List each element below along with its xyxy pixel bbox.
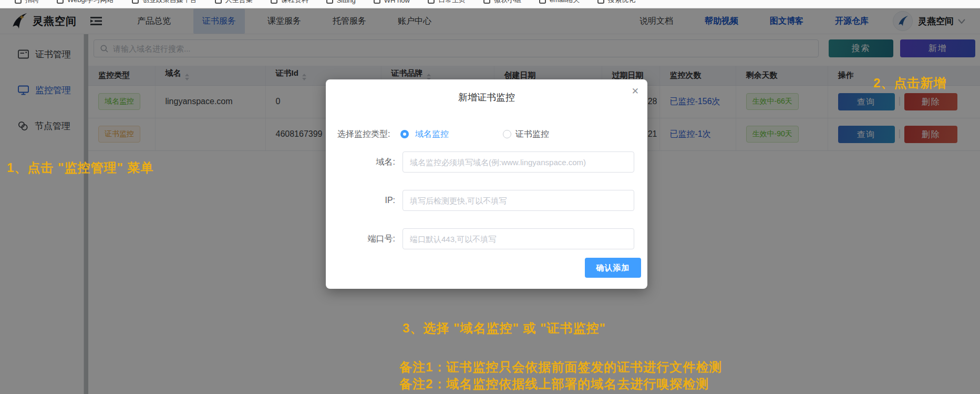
monitor-type-label: 选择监控类型: bbox=[337, 128, 390, 140]
bookmark-favicon bbox=[132, 0, 139, 4]
radio-cert-monitor-label[interactable]: 证书监控 bbox=[515, 128, 549, 140]
annotation-step3: 3、选择 "域名监控" 或 "证书监控" bbox=[403, 320, 606, 337]
bookmarks-bar: 招聘Webgl学习网站创业政策自媒平台人生合集课程资料SittingWH now… bbox=[0, 0, 980, 8]
bookmark-favicon bbox=[539, 0, 546, 4]
monitor-type-row: 选择监控类型: 域名监控 证书监控 bbox=[326, 128, 647, 140]
close-icon[interactable]: ✕ bbox=[632, 86, 639, 97]
bookmark-item[interactable]: 创业政策自媒平台 bbox=[132, 0, 197, 5]
port-field-row: 端口号: bbox=[326, 228, 647, 249]
dialog-title: 新增证书监控 bbox=[326, 91, 647, 104]
bookmark-favicon bbox=[271, 0, 277, 4]
bookmark-label: 创业政策自媒平台 bbox=[142, 0, 197, 5]
ip-field-label: IP: bbox=[326, 190, 395, 211]
bookmark-item[interactable]: 课程资料 bbox=[271, 0, 308, 5]
bookmark-label: 微软小组 bbox=[494, 0, 521, 5]
bookmark-item[interactable]: 人生合集 bbox=[215, 0, 253, 5]
domain-field-label: 域名: bbox=[326, 151, 395, 173]
bookmark-favicon bbox=[15, 0, 22, 4]
bookmark-item[interactable]: Sitting bbox=[326, 0, 356, 4]
bookmark-favicon bbox=[597, 0, 604, 4]
bookmark-favicon bbox=[428, 0, 435, 4]
bookmark-label: email相关 bbox=[550, 0, 580, 5]
bookmark-item[interactable]: WH now bbox=[374, 0, 410, 4]
screen: 招聘Webgl学习网站创业政策自媒平台人生合集课程资料SittingWH now… bbox=[0, 0, 980, 394]
bookmark-favicon bbox=[215, 0, 222, 4]
bookmarks-list: 招聘Webgl学习网站创业政策自媒平台人生合集课程资料SittingWH now… bbox=[0, 0, 980, 5]
annotation-step1: 1、点击 "监控管理" 菜单 bbox=[7, 159, 153, 176]
bookmark-favicon bbox=[374, 0, 380, 4]
bookmark-item[interactable]: Webgl学习网站 bbox=[57, 0, 114, 5]
bookmark-item[interactable]: 招聘 bbox=[15, 0, 39, 5]
annotation-note2: 备注2：域名监控依据线上部署的域名去进行嗅探检测 bbox=[399, 376, 709, 392]
radio-domain-monitor-label[interactable]: 域名监控 bbox=[415, 128, 449, 140]
radio-cert-monitor[interactable] bbox=[503, 130, 511, 138]
bookmark-label: WH now bbox=[384, 0, 410, 4]
annotation-step2: 2、点击新增 bbox=[873, 75, 946, 92]
port-field[interactable] bbox=[403, 228, 634, 249]
bookmark-favicon bbox=[326, 0, 333, 4]
bookmark-label: 课程资料 bbox=[281, 0, 308, 5]
bookmark-item[interactable]: 搜索优化 bbox=[597, 0, 635, 5]
bookmark-item[interactable]: 日常主页 bbox=[428, 0, 466, 5]
bookmark-label: Sitting bbox=[337, 0, 356, 4]
bookmark-item[interactable]: email相关 bbox=[539, 0, 580, 5]
bookmark-label: Webgl学习网站 bbox=[67, 0, 114, 5]
annotation-note1: 备注1：证书监控只会依据前面签发的证书进行文件检测 bbox=[399, 359, 722, 376]
bookmark-item[interactable]: 微软小组 bbox=[483, 0, 521, 5]
bookmark-label: 搜索优化 bbox=[608, 0, 635, 5]
ip-field[interactable] bbox=[403, 190, 634, 211]
bookmark-label: 招聘 bbox=[25, 0, 39, 5]
confirm-add-button[interactable]: 确认添加 bbox=[585, 258, 641, 278]
bookmark-favicon bbox=[57, 0, 64, 4]
add-monitor-dialog: 新增证书监控 ✕ 选择监控类型: 域名监控 证书监控 域名: IP: 端口号: bbox=[326, 79, 647, 289]
domain-field[interactable] bbox=[403, 151, 634, 173]
radio-domain-monitor[interactable] bbox=[400, 130, 409, 138]
bookmark-label: 人生合集 bbox=[225, 0, 253, 5]
ip-field-row: IP: bbox=[326, 190, 647, 211]
app-page: 灵燕空间 产品总览 证书服务 课堂服务 托管服务 账户中心 说明文档 帮助视频 … bbox=[0, 8, 980, 394]
bookmark-favicon bbox=[483, 0, 490, 4]
bookmark-label: 日常主页 bbox=[438, 0, 466, 5]
port-field-label: 端口号: bbox=[326, 228, 395, 249]
domain-field-row: 域名: bbox=[326, 151, 647, 173]
